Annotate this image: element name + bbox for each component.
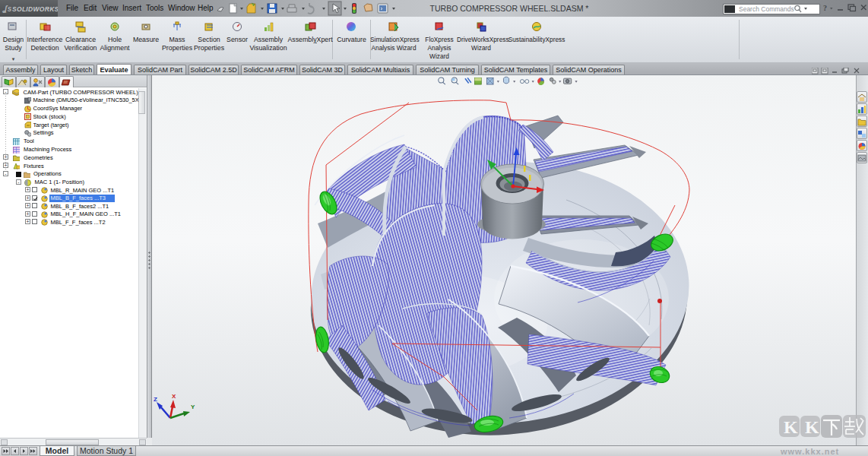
svg-text:X: X (172, 393, 176, 400)
svg-text:K: K (784, 417, 798, 437)
svg-text:ʆs: ʆs (2, 5, 12, 13)
svg-text:Z: Z (154, 396, 157, 403)
svg-text:K: K (805, 417, 819, 437)
svg-text:?: ? (823, 4, 827, 12)
svg-text:SOLIDWORKS: SOLIDWORKS (12, 5, 58, 13)
svg-text:Y: Y (191, 404, 195, 410)
